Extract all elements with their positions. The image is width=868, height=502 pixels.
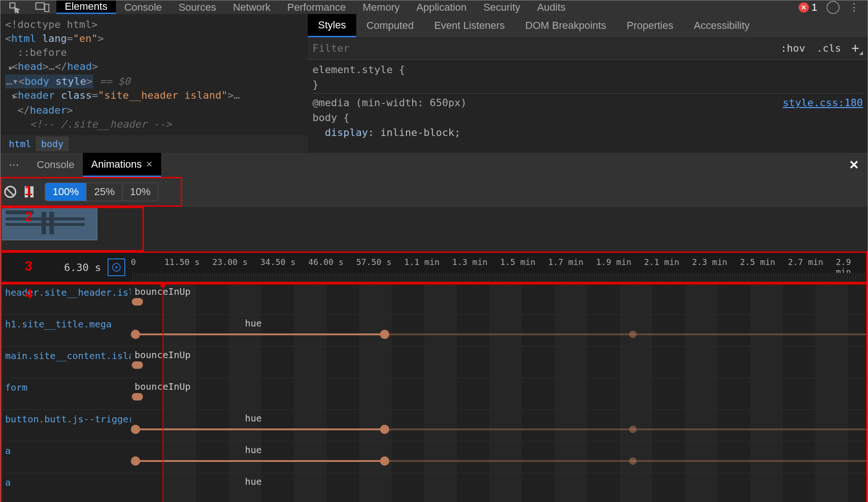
- styles-tabbar: Styles Computed Event Listeners DOM Brea…: [308, 14, 868, 37]
- breadcrumb-html[interactable]: html: [4, 136, 36, 151]
- track-label[interactable]: a: [0, 473, 131, 502]
- timeline-ruler[interactable]: 0 11.50 s 23.00 s 34.50 s 46.00 s 57.50 …: [131, 251, 868, 283]
- replay-button[interactable]: [108, 258, 125, 276]
- animation-name: bounceInUp: [135, 286, 190, 297]
- speed-10[interactable]: 10%: [122, 183, 158, 201]
- drawer-tab-console[interactable]: Console: [28, 153, 83, 177]
- tab-audits[interactable]: Audits: [529, 0, 574, 14]
- svg-rect-2: [45, 4, 49, 12]
- drawer-more-icon[interactable]: ⋯: [0, 159, 28, 171]
- tab-network[interactable]: Network: [224, 0, 279, 14]
- animation-name: bounceInUp: [135, 381, 190, 392]
- animation-name: hue: [245, 318, 262, 329]
- track-row[interactable]: a hue: [0, 441, 868, 473]
- tab-performance[interactable]: Performance: [279, 0, 354, 14]
- track-row[interactable]: header.site__header.island bounceInUp: [0, 283, 868, 315]
- track-row[interactable]: h1.site__title.mega hue: [0, 315, 868, 346]
- tab-application[interactable]: Application: [408, 0, 475, 14]
- track-row[interactable]: form bounceInUp: [0, 378, 868, 410]
- styles-filter-row: :hov .cls +: [308, 37, 868, 60]
- animation-name: hue: [245, 444, 262, 455]
- tab-console[interactable]: Console: [116, 0, 170, 14]
- more-icon[interactable]: ⋮: [849, 1, 860, 14]
- close-icon[interactable]: ✕: [142, 159, 153, 170]
- user-icon[interactable]: [827, 1, 840, 14]
- track-label[interactable]: form: [0, 378, 131, 409]
- drawer-tabbar: ⋯ Console Animations✕ ✕: [0, 153, 868, 177]
- tab-accessibility[interactable]: Accessibility: [684, 14, 760, 37]
- track-label[interactable]: h1.site__title.mega: [0, 315, 131, 346]
- annotation-1: 1: [25, 183, 33, 198]
- svg-marker-4: [115, 266, 118, 269]
- animation-name: hue: [245, 413, 262, 424]
- tab-computed[interactable]: Computed: [356, 14, 424, 37]
- inspect-icon[interactable]: [0, 0, 28, 14]
- animations-overview[interactable]: 2: [0, 207, 868, 251]
- device-toggle-icon[interactable]: [28, 0, 56, 14]
- tab-sources[interactable]: Sources: [170, 0, 224, 14]
- clear-icon[interactable]: [4, 186, 16, 198]
- track-label[interactable]: main.site__content.island: [0, 346, 131, 378]
- error-count: 1: [812, 1, 817, 14]
- animation-name: bounceInUp: [135, 349, 190, 360]
- track-label[interactable]: header.site__header.island: [0, 283, 131, 314]
- speed-25[interactable]: 25%: [87, 183, 122, 201]
- current-time: 6.30 s: [64, 262, 101, 273]
- error-icon[interactable]: ✕: [799, 2, 809, 13]
- tab-styles[interactable]: Styles: [308, 14, 356, 37]
- breadcrumb: html body: [0, 135, 308, 153]
- styles-content[interactable]: element.style { } style.css:180 @media (…: [308, 60, 868, 143]
- track-row[interactable]: main.site__content.island bounceInUp: [0, 346, 868, 378]
- drawer-tab-animations[interactable]: Animations✕: [83, 153, 161, 177]
- new-style-rule-button[interactable]: +: [847, 41, 864, 56]
- animations-controls: 1 100% 25% 10%: [0, 177, 868, 207]
- animation-name: hue: [245, 476, 262, 487]
- drawer-close-icon[interactable]: ✕: [849, 158, 859, 172]
- track-label[interactable]: a: [0, 441, 131, 473]
- dom-tree[interactable]: <!doctype html> <html lang="en"> ::befor…: [0, 14, 308, 135]
- annotation-3: 3: [25, 258, 33, 274]
- tab-dom-breakpoints[interactable]: DOM Breakpoints: [515, 14, 617, 37]
- tab-elements[interactable]: Elements: [56, 0, 116, 14]
- tab-properties[interactable]: Properties: [617, 14, 684, 37]
- cls-toggle[interactable]: .cls: [811, 42, 847, 54]
- track-row[interactable]: a hue: [0, 473, 868, 502]
- style-source-link[interactable]: style.css:180: [783, 95, 863, 110]
- track-label[interactable]: button.butt.js--trigger: [0, 410, 131, 441]
- devtools-tabbar: Elements Console Sources Network Perform…: [0, 0, 868, 14]
- hov-toggle[interactable]: :hov: [775, 42, 811, 54]
- tab-security[interactable]: Security: [475, 0, 529, 14]
- playback-speed-group: 100% 25% 10%: [45, 183, 158, 201]
- timeline-header: 3 6.30 s 0 11.50 s 23.00 s 34.50 s 46.00…: [0, 251, 868, 283]
- styles-filter-input[interactable]: [308, 42, 775, 54]
- svg-rect-1: [36, 3, 44, 9]
- speed-100[interactable]: 100%: [45, 183, 87, 201]
- animation-tracks: 4 header.site__header.island bounceInUp …: [0, 283, 868, 502]
- annotation-2: 2: [25, 209, 33, 224]
- tab-event-listeners[interactable]: Event Listeners: [424, 14, 515, 37]
- track-row[interactable]: button.butt.js--trigger hue: [0, 410, 868, 441]
- animation-group-thumbnail[interactable]: [1, 208, 97, 240]
- breadcrumb-body[interactable]: body: [36, 136, 68, 151]
- tab-memory[interactable]: Memory: [354, 0, 408, 14]
- annotation-4: 4: [25, 286, 33, 302]
